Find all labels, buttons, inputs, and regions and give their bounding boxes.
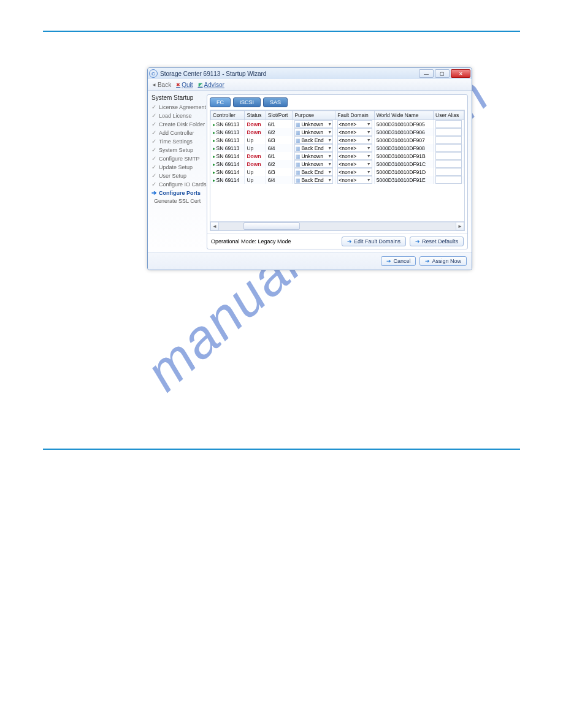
user-alias-input[interactable] [435, 120, 462, 128]
sidebar-item-configure-io-cards[interactable]: ✓Configure IO Cards [151, 181, 204, 188]
table-row[interactable]: ▸SN 69114Down6/2▦Unknown▼<none>▼5000D310… [211, 160, 464, 168]
user-alias-input[interactable] [435, 168, 462, 176]
cell-fault-domain: <none>▼ [335, 160, 374, 168]
sidebar-item-update-setup[interactable]: ✓Update Setup [151, 164, 204, 170]
table-row[interactable]: ▸SN 69114Down6/1▦Unknown▼<none>▼5000D310… [211, 152, 464, 160]
purpose-dropdown[interactable]: ▦Unknown▼ [294, 128, 333, 136]
sidebar-item-add-controller[interactable]: ✓Add Controller [151, 129, 204, 136]
column-header[interactable]: Controller [211, 111, 245, 120]
cell-purpose: ▦Unknown▼ [293, 152, 335, 160]
column-header[interactable]: Status [245, 111, 266, 120]
fault-domain-dropdown[interactable]: <none>▼ [337, 152, 372, 160]
tab-iscsi[interactable]: iSCSI [233, 97, 261, 107]
table-row[interactable]: ▸SN 69113Up6/3▦Back End▼<none>▼5000D3100… [211, 136, 464, 144]
cell-controller: ▸SN 69113 [211, 120, 245, 129]
table-row[interactable]: ▸SN 69114Up6/3▦Back End▼<none>▼5000D3100… [211, 168, 464, 176]
fault-domain-dropdown[interactable]: <none>▼ [337, 176, 372, 184]
cell-wwn: 5000D310010DF906 [374, 128, 433, 136]
sidebar-item-user-setup[interactable]: ✓User Setup [151, 172, 204, 179]
controller-icon: ▸ [213, 146, 215, 151]
table-row[interactable]: ▸SN 69113Down6/2▦Unknown▼<none>▼5000D310… [211, 128, 464, 136]
sidebar-item-label: Load License [159, 113, 192, 119]
sidebar-item-time-settings[interactable]: ✓Time Settings [151, 138, 204, 145]
controller-icon: ▸ [213, 138, 215, 143]
arrow-right-icon: ➔ [347, 238, 352, 245]
reset-defaults-button[interactable]: ➔ Reset Defaults [410, 237, 464, 246]
sidebar-item-generate-ssl-cert[interactable]: Generate SSL Cert [151, 198, 204, 204]
checkmark-icon: ✓ [151, 104, 156, 110]
scroll-thumb[interactable] [243, 222, 300, 230]
purpose-dropdown[interactable]: ▦Unknown▼ [294, 152, 333, 160]
fault-domain-dropdown[interactable]: <none>▼ [337, 160, 372, 168]
cancel-button[interactable]: ➔ Cancel [381, 256, 416, 266]
table-row[interactable]: ▸SN 69114Up6/4▦Back End▼<none>▼5000D3100… [211, 176, 464, 184]
sidebar-item-label: System Setup [159, 147, 193, 153]
fault-domain-dropdown[interactable]: <none>▼ [337, 128, 372, 136]
column-header[interactable]: Slot/Port [266, 111, 293, 120]
scroll-right-button[interactable]: ► [456, 222, 464, 230]
table-row[interactable]: ▸SN 69113Up6/4▦Back End▼<none>▼5000D3100… [211, 144, 464, 152]
advisor-link[interactable]: ◩ Advisor [198, 82, 224, 88]
checkmark-icon: ✓ [151, 164, 156, 170]
back-button[interactable]: ◄ Back [151, 82, 171, 88]
user-alias-input[interactable] [435, 160, 462, 168]
maximize-button[interactable]: ▢ [435, 69, 450, 78]
table-row[interactable]: ▸SN 69113Down6/1▦Unknown▼<none>▼5000D310… [211, 120, 464, 129]
horizontal-scrollbar[interactable]: ◄ ► [210, 221, 464, 230]
tab-sas[interactable]: SAS [263, 97, 288, 107]
sidebar-item-label: Generate SSL Cert [154, 198, 201, 204]
column-header[interactable]: Purpose [293, 111, 335, 120]
sidebar-item-configure-smtp[interactable]: ✓Configure SMTP [151, 155, 204, 162]
fault-domain-dropdown[interactable]: <none>▼ [337, 136, 372, 144]
column-header[interactable]: World Wide Name [374, 111, 433, 120]
arrow-right-icon: ➔ [415, 238, 420, 245]
sidebar-item-create-disk-folder[interactable]: ✓Create Disk Folder [151, 121, 204, 127]
sidebar-item-load-license[interactable]: ✓Load License [151, 112, 204, 119]
purpose-dropdown[interactable]: ▦Back End▼ [294, 168, 333, 176]
wizard-sidebar: System Startup ✓License Agreement✓Load L… [148, 91, 207, 252]
arrow-right-icon: ➔ [151, 189, 156, 196]
user-alias-input[interactable] [435, 176, 462, 184]
fault-domain-dropdown[interactable]: <none>▼ [337, 120, 372, 128]
chevron-down-icon: ▼ [327, 162, 332, 166]
sidebar-item-license-agreement[interactable]: ✓License Agreement [151, 104, 204, 110]
purpose-dropdown[interactable]: ▦Unknown▼ [294, 120, 333, 128]
main-panel: FCiSCSISAS ControllerStatusSlot/PortPurp… [207, 94, 468, 249]
minimize-button[interactable]: — [419, 69, 434, 78]
cell-purpose: ▦Back End▼ [293, 144, 335, 152]
user-alias-input[interactable] [435, 128, 462, 136]
user-alias-input[interactable] [435, 144, 462, 152]
ports-table: ControllerStatusSlot/PortPurposeFault Do… [210, 110, 464, 184]
quit-link[interactable]: ✖ Quit [176, 82, 193, 88]
checkmark-icon: ✓ [151, 138, 156, 145]
purpose-dropdown[interactable]: ▦Back End▼ [294, 144, 333, 152]
column-header[interactable]: Fault Domain [335, 111, 374, 120]
user-alias-input[interactable] [435, 152, 462, 160]
assign-label: Assign Now [432, 258, 461, 264]
tab-fc[interactable]: FC [210, 97, 231, 107]
close-button[interactable]: ✕ [451, 69, 470, 78]
assign-now-button[interactable]: ➔ Assign Now [419, 256, 467, 266]
cell-status: Down [245, 160, 266, 168]
edit-fault-domains-button[interactable]: ➔ Edit Fault Domains [342, 237, 406, 246]
chevron-down-icon: ▼ [327, 122, 332, 126]
fault-domain-dropdown[interactable]: <none>▼ [337, 144, 372, 152]
cell-user-alias [434, 128, 464, 136]
cell-controller: ▸SN 69113 [211, 128, 245, 136]
sidebar-item-label: Configure IO Cards [159, 181, 207, 188]
port-icon: ▦ [296, 138, 301, 143]
sidebar-item-configure-ports[interactable]: ➔Configure Ports [151, 189, 204, 196]
cell-fault-domain: <none>▼ [335, 144, 374, 152]
scroll-left-button[interactable]: ◄ [210, 222, 219, 230]
column-header[interactable]: User Alias [434, 111, 464, 120]
titlebar[interactable]: C Storage Center 69113 - Startup Wizard … [148, 68, 472, 79]
sidebar-item-system-setup[interactable]: ✓System Setup [151, 146, 204, 153]
purpose-dropdown[interactable]: ▦Unknown▼ [294, 160, 333, 168]
fault-domain-dropdown[interactable]: <none>▼ [337, 168, 372, 176]
cell-slot: 6/3 [266, 136, 293, 144]
cell-controller: ▸SN 69114 [211, 176, 245, 184]
purpose-dropdown[interactable]: ▦Back End▼ [294, 136, 333, 144]
cell-controller: ▸SN 69114 [211, 160, 245, 168]
user-alias-input[interactable] [435, 136, 462, 144]
purpose-dropdown[interactable]: ▦Back End▼ [294, 176, 333, 184]
